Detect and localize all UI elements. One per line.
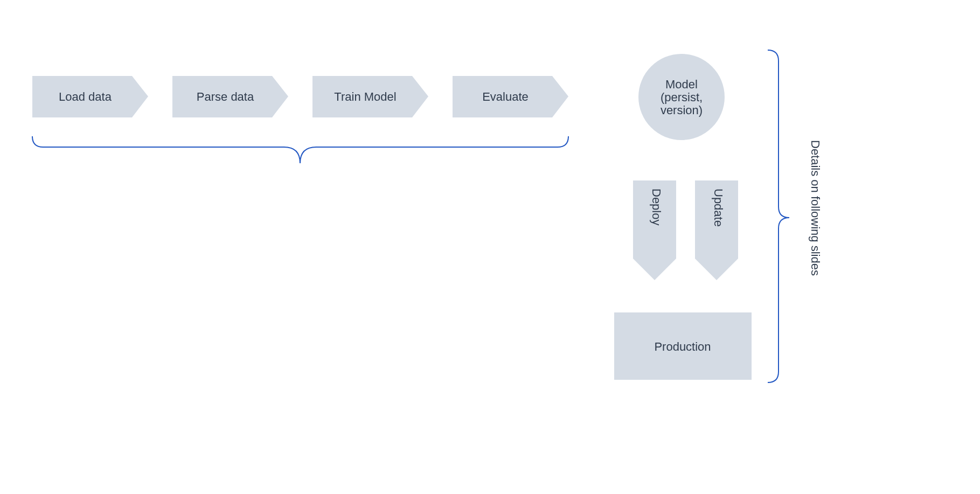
production-node: Production	[614, 312, 752, 380]
pipeline-step-load-data: Load data	[32, 76, 148, 117]
pipeline-brace	[32, 136, 568, 163]
pipeline-step-train-model: Train Model	[312, 76, 428, 117]
pipeline-step-evaluate: Evaluate	[453, 76, 568, 117]
side-note: Details on following slides	[808, 140, 822, 276]
model-node-label-line1: Model	[665, 78, 698, 91]
production-label: Production	[654, 340, 711, 353]
pipeline-step-parse-data: Parse data	[172, 76, 288, 117]
pipeline-step-label: Evaluate	[482, 90, 529, 103]
right-brace	[768, 50, 789, 382]
deploy-arrow-label: Deploy	[649, 189, 663, 225]
pipeline-step-label: Load data	[59, 90, 112, 103]
model-node-label-line2: (persist,	[661, 91, 703, 104]
model-node: Model (persist, version)	[638, 54, 725, 140]
model-node-label-line3: version)	[661, 103, 703, 117]
pipeline-step-label: Train Model	[334, 90, 396, 103]
update-arrow-label: Update	[711, 189, 725, 227]
pipeline-step-label: Parse data	[197, 90, 254, 103]
